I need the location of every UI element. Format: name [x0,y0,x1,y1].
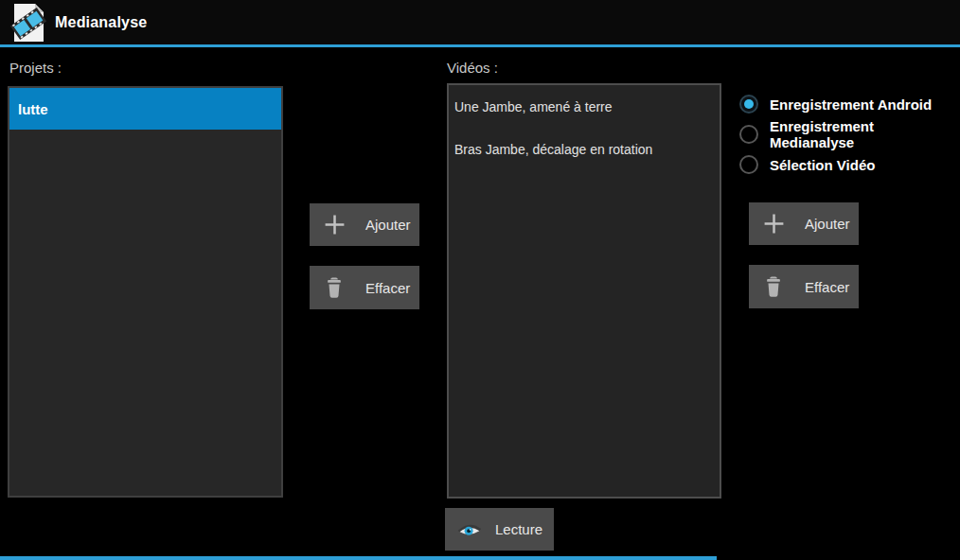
page-title: Medianalyse [55,14,147,31]
project-list-item[interactable]: lutte [9,88,281,130]
projects-list[interactable]: lutte [8,86,283,498]
source-radio-group: Enregistrement Android Enregistrement Me… [739,89,960,180]
project-item-label: lutte [18,101,48,117]
projects-label: Projets : [9,60,62,76]
video-item-label: Bras Jambe, décalage en rotation [454,142,652,157]
radio-icon[interactable] [739,95,758,114]
videos-list[interactable]: Une Jambe, amené à terre Bras Jambe, déc… [447,83,721,499]
radio-enregistrement-medianalyse[interactable]: Enregistrement Medianalyse [739,119,960,149]
radio-label: Sélection Vidéo [770,157,875,173]
video-list-item[interactable]: Une Jambe, amené à terre [449,85,720,128]
add-video-label: Ajouter [805,216,850,232]
delete-project-label: Effacer [365,280,410,296]
radio-icon[interactable] [739,155,758,174]
delete-video-label: Effacer [805,279,849,295]
add-project-label: Ajouter [365,217,411,233]
app-logo-icon [9,3,47,43]
video-item-label: Une Jambe, amené à terre [454,99,613,114]
action-bar: Medianalyse [0,0,960,44]
radio-label: Enregistrement Android [770,96,932,113]
radio-icon[interactable] [739,125,758,144]
eye-icon [457,517,482,542]
add-project-button[interactable]: Ajouter [310,203,419,246]
play-button[interactable]: Lecture [445,508,554,551]
radio-enregistrement-android[interactable]: Enregistrement Android [739,89,960,119]
actionbar-accent-line [0,44,960,47]
videos-label: Vidéos : [447,60,498,76]
video-list-item[interactable]: Bras Jambe, décalage en rotation [449,128,720,170]
delete-project-button[interactable]: Effacer [310,266,419,309]
plus-icon [761,212,786,236]
radio-selection-video[interactable]: Sélection Vidéo [739,149,960,180]
bottom-accent-strip [0,556,717,560]
plus-icon [322,213,347,237]
trash-icon [761,274,786,299]
delete-video-button[interactable]: Effacer [749,265,859,308]
trash-icon [322,275,347,300]
radio-label: Enregistrement Medianalyse [770,118,960,150]
play-label: Lecture [495,521,542,537]
add-video-button[interactable]: Ajouter [749,202,859,245]
